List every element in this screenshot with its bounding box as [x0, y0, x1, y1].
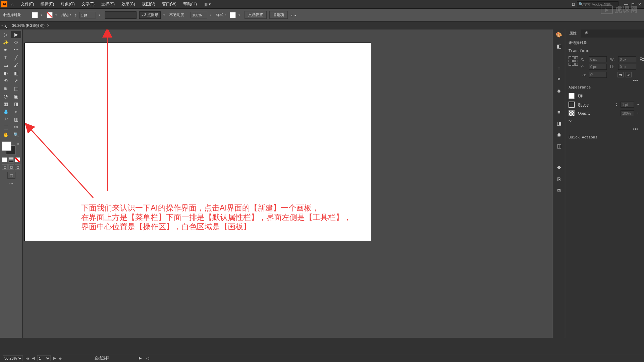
perspective-tool-icon[interactable]: ▣: [11, 93, 21, 100]
artboards-panel-icon[interactable]: ⧉: [555, 186, 563, 194]
opacity-panel-dropdown-icon[interactable]: ›: [637, 112, 641, 115]
hand-tool-icon[interactable]: ✋: [1, 131, 11, 138]
draw-normal-icon[interactable]: ◻: [2, 164, 8, 170]
first-artboard-icon[interactable]: ⏮: [25, 356, 29, 360]
gradient-tool-icon[interactable]: ◨: [11, 100, 21, 108]
menu-select[interactable]: 选择(S): [98, 0, 118, 8]
eraser-tool-icon[interactable]: ◧: [11, 69, 21, 77]
eyedropper-tool-icon[interactable]: 💧: [1, 108, 11, 115]
width-tool-icon[interactable]: ≋: [1, 85, 11, 92]
opacity-panel-input[interactable]: [621, 110, 634, 116]
gradient-mode-icon[interactable]: [8, 157, 14, 163]
menu-object[interactable]: 对象(O): [57, 0, 78, 8]
tab-close-icon[interactable]: ✕: [47, 23, 50, 28]
style-dropdown-icon[interactable]: ▾: [238, 13, 242, 17]
paintbrush-tool-icon[interactable]: 🖌: [11, 62, 21, 69]
rotate-tool-icon[interactable]: ⟲: [1, 77, 11, 84]
stroke-weight-input[interactable]: [79, 12, 96, 18]
reference-point-selector[interactable]: [569, 56, 578, 67]
next-artboard-icon[interactable]: ▶: [53, 356, 56, 360]
draw-behind-icon[interactable]: ◻: [8, 164, 14, 170]
x-input[interactable]: [589, 56, 607, 62]
stroke-spinner[interactable]: ▴▾: [75, 13, 76, 17]
fill-label[interactable]: Fill: [578, 94, 641, 98]
zoom-select[interactable]: 36.26%: [3, 355, 23, 361]
appearance-panel-icon[interactable]: ◉: [555, 131, 563, 139]
gradient-panel-icon[interactable]: ◨: [555, 119, 563, 127]
status-menu-icon[interactable]: ▶: [139, 356, 142, 360]
menu-effect[interactable]: 效果(C): [118, 0, 139, 8]
artboard[interactable]: 下面我们来认识一下AI的操作界面，点击AI界面的【新建】一个画板， 在界面上方是…: [25, 43, 371, 241]
canvas-area[interactable]: 下面我们来认识一下AI的操作界面，点击AI界面的【新建】一个画板， 在界面上方是…: [23, 29, 553, 338]
color-panel-icon[interactable]: 🎨: [555, 31, 563, 39]
document-tab[interactable]: 36.26% (RGB/预览) ✕: [8, 22, 54, 29]
opacity-swatch-panel[interactable]: [569, 110, 575, 116]
mesh-tool-icon[interactable]: ▦: [1, 100, 11, 108]
tab-properties[interactable]: 属性: [565, 29, 581, 38]
rectangle-tool-icon[interactable]: ▭: [1, 62, 11, 69]
column-graph-tool-icon[interactable]: ▥: [11, 116, 21, 123]
shape-builder-tool-icon[interactable]: ◔: [1, 93, 11, 100]
scale-tool-icon[interactable]: ⤢: [11, 77, 21, 84]
brush-definition[interactable]: •3 点圆形: [139, 11, 161, 19]
blend-tool-icon[interactable]: ⟐: [11, 108, 21, 115]
preferences-button[interactable]: 首选项: [269, 11, 288, 19]
layers-panel-icon[interactable]: ❖: [555, 164, 563, 172]
artboard-tool-icon[interactable]: ⬚: [1, 123, 11, 131]
flip-horizontal-icon[interactable]: ⇋: [618, 72, 624, 77]
opacity-input[interactable]: [191, 12, 207, 18]
menu-edit[interactable]: 编辑(E): [37, 0, 57, 8]
angle-input[interactable]: [589, 72, 607, 78]
h-input[interactable]: [618, 64, 636, 70]
color-mode-icon[interactable]: [2, 157, 7, 163]
y-input[interactable]: [589, 64, 607, 70]
style-swatch[interactable]: [230, 12, 236, 18]
flip-vertical-icon[interactable]: ⇵: [626, 72, 632, 77]
appearance-more-icon[interactable]: •••: [569, 126, 641, 132]
menu-view[interactable]: 视图(V): [139, 0, 159, 8]
stroke-swatch[interactable]: [47, 12, 53, 18]
curvature-tool-icon[interactable]: 〰: [11, 46, 21, 54]
fill-swatch[interactable]: [32, 12, 38, 18]
fx-label[interactable]: fx.: [569, 119, 641, 123]
magic-wand-tool-icon[interactable]: ✨: [1, 39, 11, 46]
swap-colors-icon[interactable]: ⤭: [17, 142, 19, 146]
link-wh-icon[interactable]: ⛓: [640, 57, 644, 62]
scroll-left-icon[interactable]: ◁: [146, 356, 149, 360]
stroke-dropdown-icon[interactable]: ▾: [55, 13, 59, 17]
stroke-weight-dropdown-icon[interactable]: ▾: [99, 13, 102, 17]
opacity-dropdown-icon[interactable]: ›: [210, 13, 213, 17]
arrange-docs-icon[interactable]: ◻: [572, 2, 575, 6]
menu-window[interactable]: 窗口(W): [159, 0, 180, 8]
transform-more-icon[interactable]: •••: [569, 78, 641, 83]
selection-tool-icon[interactable]: ▷: [1, 31, 11, 38]
zoom-tool-icon[interactable]: 🔍: [11, 131, 21, 138]
artboard-nav-select[interactable]: 1: [37, 355, 51, 361]
home-icon[interactable]: ⌂: [9, 1, 15, 8]
tab-libraries[interactable]: 库: [581, 29, 592, 38]
brushes-panel-icon[interactable]: ✧: [555, 75, 563, 83]
fill-dropdown-icon[interactable]: ▾: [41, 13, 44, 17]
stroke-label-panel[interactable]: Stroke: [578, 103, 612, 107]
align-icon[interactable]: ⫞ ▾: [290, 12, 297, 18]
symbol-sprayer-tool-icon[interactable]: ☄: [1, 116, 11, 123]
stroke-weight-panel-input[interactable]: [621, 102, 634, 108]
free-transform-tool-icon[interactable]: ⬚: [11, 85, 21, 92]
graphic-styles-panel-icon[interactable]: ◫: [555, 142, 563, 150]
fill-color-swatch[interactable]: [2, 141, 11, 151]
edit-toolbar-icon[interactable]: •••: [1, 182, 22, 186]
stroke-panel-dropdown-icon[interactable]: ▾: [637, 103, 641, 106]
pen-tool-icon[interactable]: ✒: [1, 46, 11, 54]
menu-type[interactable]: 文字(T): [78, 0, 98, 8]
fill-swatch-panel[interactable]: [569, 93, 575, 99]
type-tool-icon[interactable]: T: [1, 54, 11, 61]
color-picker[interactable]: ⤭: [1, 141, 21, 155]
transparency-panel-icon[interactable]: ≡: [555, 108, 563, 116]
stroke-swatch-panel[interactable]: [569, 102, 575, 108]
slice-tool-icon[interactable]: ✂: [11, 123, 21, 131]
draw-inside-icon[interactable]: ◻: [15, 164, 20, 170]
lasso-tool-icon[interactable]: ⊙: [11, 39, 21, 46]
swatches-panel-icon[interactable]: ◧: [555, 42, 563, 50]
workspace-switcher-icon[interactable]: ▥ ▾: [204, 2, 211, 7]
prev-artboard-icon[interactable]: ◀: [32, 356, 35, 360]
